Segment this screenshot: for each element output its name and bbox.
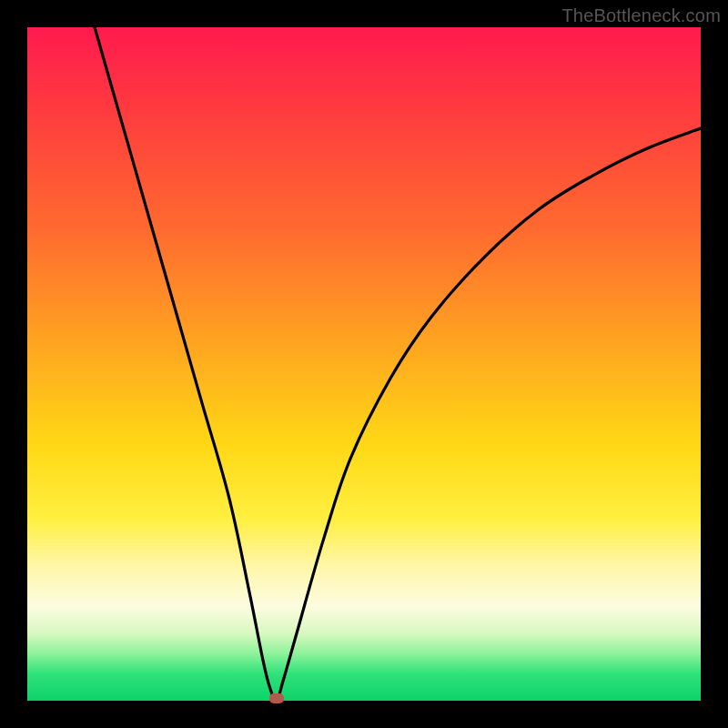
minimum-marker (269, 693, 284, 703)
watermark-text: TheBottleneck.com (561, 5, 721, 26)
curve-path (95, 27, 701, 701)
bottleneck-curve (27, 27, 701, 701)
plot-area (27, 27, 701, 701)
chart-frame: TheBottleneck.com (0, 0, 728, 728)
